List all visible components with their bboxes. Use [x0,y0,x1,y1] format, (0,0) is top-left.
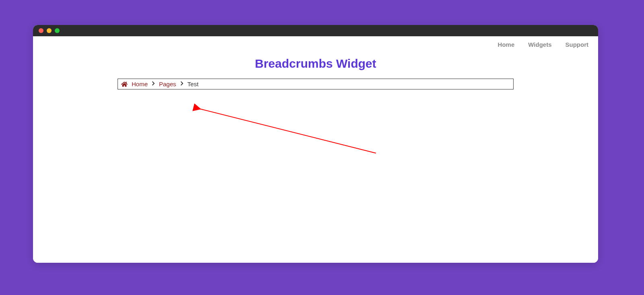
home-icon[interactable] [121,81,128,87]
window-close-button[interactable] [39,28,43,33]
app-window: Home Widgets Support Breadcrumbs Widget … [33,25,598,263]
breadcrumb-current: Test [188,81,199,87]
window-maximize-button[interactable] [55,28,60,33]
window-content: Home Widgets Support Breadcrumbs Widget … [33,36,598,263]
window-titlebar [33,25,598,36]
chevron-right-icon [152,81,155,87]
window-minimize-button[interactable] [47,28,52,33]
nav-link-support[interactable]: Support [566,41,589,48]
breadcrumb-link-home[interactable]: Home [132,81,148,87]
page-title: Breadcrumbs Widget [33,57,598,71]
nav-link-home[interactable]: Home [498,41,515,48]
top-navbar: Home Widgets Support [33,36,598,51]
svg-line-1 [200,109,376,153]
nav-link-widgets[interactable]: Widgets [528,41,551,48]
breadcrumb-link-pages[interactable]: Pages [159,81,176,87]
chevron-right-icon [180,81,184,87]
breadcrumb: Home Pages Test [118,79,514,89]
